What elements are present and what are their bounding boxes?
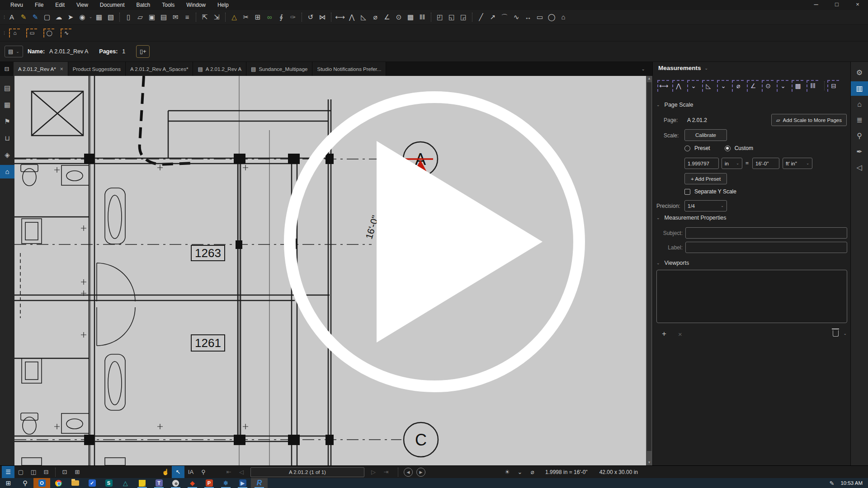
panel-flags[interactable]: ◁ [851,160,868,175]
dimension-tool[interactable]: ↔ [522,11,534,23]
fit-page-button[interactable]: ⊡ [58,466,71,479]
measure-area-tool[interactable]: ◺ [358,11,369,23]
measurement-properties-section-header[interactable]: ⌄ Measurement Properties [656,215,726,221]
calibrate-button[interactable]: Calibrate [684,129,727,141]
panel-measurements[interactable]: ▥ [851,81,868,96]
page-indicator[interactable]: A 2.01.2 (1 of 1) [250,467,364,477]
panel-studio[interactable]: ≣ [851,113,868,127]
single-page-view[interactable]: ▢ [14,466,27,479]
add-viewport-button[interactable]: + [662,329,666,338]
sidebar-bookmarks[interactable]: ⚑ [0,115,14,128]
snapshot-view-tool[interactable]: ▧ [105,11,117,23]
lasso-tool[interactable]: ➤ [65,11,76,23]
measure-count-tool[interactable]: ‖‖ [807,80,818,92]
brightness-icon[interactable]: ☀ [501,466,514,479]
measure-volume-tool[interactable]: ▩ [792,80,803,92]
combine-button[interactable]: ≡ [181,11,193,23]
taskbar-sharepoint[interactable]: S [100,478,117,488]
prev-page-button[interactable]: ◁ [235,466,248,479]
document-tab[interactable]: A 2.01.2_Rev A* × [14,62,68,76]
area-add-tool[interactable]: ◱ [446,11,458,23]
line-tool[interactable]: ╱ [475,11,487,23]
taskbar-powerpoint[interactable]: P [201,478,217,488]
close-tab-icon[interactable]: × [60,66,63,72]
separate-y-scale-checkbox[interactable] [684,189,690,195]
side-by-side-view[interactable]: ◫ [27,466,40,479]
measure-length-tool[interactable]: ⟷ [334,11,346,23]
document-tab[interactable]: Product Suggestions [68,62,126,76]
sidebar-file-access[interactable]: ▤ [0,81,14,95]
chevron-down-icon[interactable]: ⌄ [843,331,847,336]
menu-item[interactable]: Edit [49,0,71,10]
taskbar-explorer[interactable] [67,478,84,488]
measure-area-tool[interactable]: ◺ [702,80,714,92]
label-input[interactable] [685,242,847,253]
pen-tool[interactable]: ✎ [18,11,29,23]
taskbar-clock[interactable]: 10:53 AM [840,480,863,486]
taskbar-sticky-notes[interactable] [134,478,151,488]
chevron-down-icon[interactable]: ⌄ [88,11,93,23]
delete-icon[interactable] [833,330,839,337]
viewports-list[interactable] [656,270,847,323]
sidebar-layers[interactable]: ◈ [0,148,14,162]
flatten-tool[interactable]: △ [228,11,240,23]
measure-radius-tool[interactable]: ⊙ [762,80,774,92]
sidebar-thumbnails[interactable]: ▦ [0,98,14,112]
scale-unit-select[interactable]: in ⌄ [722,158,742,169]
taskbar-teal-app[interactable]: △ [117,478,134,488]
menu-item[interactable]: Tools [156,0,180,10]
chevron-down-icon[interactable]: ⌄ [514,466,526,479]
last-page-button[interactable]: ⇥ [380,466,392,479]
taskbar-teams[interactable]: T [151,478,167,488]
highlighter-tool[interactable]: ✎ [29,11,41,23]
region-polygon-tool[interactable]: ⌂ [9,28,20,38]
taskbar-search[interactable]: ⚲ [17,478,33,488]
scrollbar-thumb[interactable] [647,82,651,451]
region-rectangle-tool[interactable]: ▭ [26,28,37,38]
first-page-button[interactable]: ⇤ [222,466,235,479]
paste-button[interactable]: ⇲ [211,11,222,23]
next-page-button[interactable]: ▷ [367,466,380,479]
tab-list-button[interactable]: ⊟ [0,62,14,76]
document-tab[interactable]: ▤ A 2.01.2_Rev A [193,62,246,76]
rectangle-tool[interactable]: ▭ [534,11,546,23]
measure-radius-tool[interactable]: ⊙ [393,11,405,23]
taskbar-stream[interactable]: ▶ [234,478,251,488]
vertical-scrollbar[interactable]: ▲ ▼ [646,76,652,465]
preset-radio[interactable] [684,145,690,151]
markup-list-toggle[interactable]: ☰ [2,466,14,479]
start-button[interactable]: ⊞ [0,478,17,488]
polygon-tool[interactable]: ⌂ [557,11,569,23]
document-tab[interactable]: ▤ Sundance_Multipage [246,62,312,76]
measure-polylength-tool[interactable]: ⋀ [346,11,358,23]
zoom-tool[interactable]: ⚲ [197,466,210,479]
hyperlink-tool[interactable]: ∞ [264,11,275,23]
scale-target-unit-select[interactable]: ft' in" ⌄ [783,158,812,169]
menu-item[interactable]: Batch [131,0,156,10]
menu-item[interactable]: File [29,0,49,10]
scroll-up-icon[interactable]: ▲ [646,76,652,81]
next-view-button[interactable]: ▶ [416,468,425,477]
viewports-section-header[interactable]: ⌄ Viewports [656,260,689,266]
panel-spaces[interactable]: ⌂ [851,97,868,112]
chevron-down-icon[interactable]: ⌄ [687,80,699,92]
menu-item[interactable]: View [71,0,94,10]
measure-volume-tool[interactable]: ▩ [405,11,416,23]
spaces-add-tool[interactable]: ⊞ [252,11,264,23]
add-preset-button[interactable]: + Add Preset [684,173,727,184]
close-button[interactable]: × [847,0,868,10]
video-play-button[interactable] [377,141,542,343]
ellipse-tool[interactable]: ◯ [546,11,557,23]
toolbar-grip[interactable]: ⁞ [4,14,4,20]
measure-diameter-tool[interactable]: ⌀ [369,11,381,23]
save-button[interactable]: ▣ [146,11,158,23]
region-ellipse-tool[interactable]: ◯ [43,28,54,38]
taskbar-snowflake-app[interactable]: ❄ [217,478,234,488]
new-document-button[interactable]: ▯ [123,11,134,23]
remove-viewport-button[interactable]: × [678,330,682,338]
taskbar-brave[interactable]: ◆ [184,478,201,488]
panel-search[interactable]: ⚲ [851,129,868,143]
previous-view-button[interactable]: ◀ [404,468,413,477]
custom-radio[interactable] [725,145,731,151]
attachment-tool[interactable]: ∮ [275,11,287,23]
